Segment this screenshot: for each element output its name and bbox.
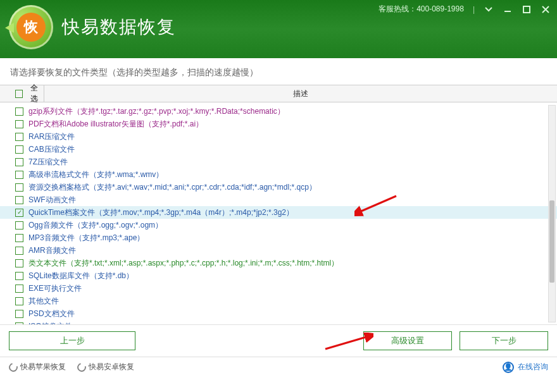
list-item[interactable]: PDF文档和Adobe illustrator矢量图（支持*.pdf;*.ai） (0, 118, 557, 130)
row-label: 资源交换档案格式（支持*.avi;*.wav;*.mid;*.ani;*.cpr… (28, 182, 316, 193)
svg-rect-1 (523, 6, 530, 13)
app-title: 快易数据恢复 (62, 15, 176, 39)
list-item[interactable]: AMR音频文件 (0, 244, 557, 257)
row-label: QuickTime档案文件（支持*.mov;*.mp4;*.3gp;*.m4a（… (28, 207, 294, 218)
list-item[interactable]: ISO镜像文件 (0, 320, 557, 325)
dropdown-icon[interactable] (484, 4, 494, 15)
refresh-icon (75, 361, 87, 373)
list-item[interactable]: gzip系列文件（支持*.tgz;*.tar.gz;*.gz;*.pvp;*.x… (0, 105, 557, 118)
row-checkbox[interactable] (15, 196, 23, 204)
list-item[interactable]: QuickTime档案文件（支持*.mov;*.mp4;*.3gp;*.m4a（… (0, 206, 557, 219)
list-item[interactable]: 资源交换档案格式（支持*.avi;*.wav;*.mid;*.ani;*.cpr… (0, 181, 557, 193)
row-label: PDF文档和Adobe illustrator矢量图（支持*.pdf;*.ai） (28, 119, 203, 130)
row-label: gzip系列文件（支持*.tgz;*.tar.gz;*.gz;*.pvp;*.x… (28, 106, 285, 117)
titlebar: 客服热线：400-089-1998 | 恢 快易数据恢复 (0, 0, 557, 58)
row-checkbox[interactable] (15, 120, 23, 128)
list-item[interactable]: SWF动画文件 (0, 193, 557, 206)
row-checkbox[interactable] (15, 297, 23, 305)
refresh-icon (7, 361, 19, 373)
row-label: SQLite数据库文件（支持*.db） (28, 271, 134, 281)
row-label: 7Z压缩文件 (28, 157, 68, 168)
button-row: 上一步 高级设置 下一步 (0, 325, 557, 357)
scrollbar[interactable] (548, 105, 556, 322)
footer-apple-label: 快易苹果恢复 (20, 362, 66, 372)
list-item[interactable]: MP3音频文件（支持*.mp3;*.ape） (0, 231, 557, 244)
footer: 快易苹果恢复 快易安卓恢复 👤 在线咨询 (0, 357, 557, 377)
row-checkbox[interactable] (15, 221, 23, 230)
select-all-label: 全选 (30, 83, 44, 104)
list-item[interactable]: CAB压缩文件 (0, 143, 557, 156)
row-label: SWF动画文件 (28, 195, 76, 205)
row-label: 高级串流格式文件（支持*.wma;*.wmv） (28, 169, 163, 180)
titlebar-right: 客服热线：400-089-1998 | (379, 4, 551, 15)
file-type-list-container: gzip系列文件（支持*.tgz;*.tar.gz;*.gz;*.pvp;*.x… (0, 102, 557, 325)
row-checkbox[interactable] (15, 133, 23, 141)
row-checkbox[interactable] (15, 285, 23, 293)
list-item[interactable]: 7Z压缩文件 (0, 156, 557, 168)
select-all-cell[interactable]: 全选 (0, 85, 44, 102)
list-item[interactable]: SQLite数据库文件（支持*.db） (0, 269, 557, 282)
row-checkbox[interactable] (15, 145, 23, 154)
column-header-description: 描述 (44, 89, 557, 99)
list-item[interactable]: 类文本文件（支持*.txt;*.xml;*.asp;*.aspx;*.php;*… (0, 257, 557, 269)
row-checkbox[interactable] (15, 183, 23, 192)
logo-inner: 恢 (16, 13, 46, 42)
row-checkbox[interactable] (15, 310, 23, 318)
list-item[interactable]: Ogg音频文件（支持*.ogg;*.ogv;*.ogm） (0, 219, 557, 231)
table-header: 全选 描述 (0, 85, 557, 102)
hotline-label: 客服热线：400-089-1998 (379, 4, 464, 15)
svg-rect-0 (504, 11, 511, 12)
footer-android-label: 快易安卓恢复 (89, 362, 134, 372)
next-button[interactable]: 下一步 (460, 331, 548, 350)
row-checkbox[interactable] (15, 234, 23, 242)
row-checkbox[interactable] (15, 158, 23, 166)
row-label: 类文本文件（支持*.txt;*.xml;*.asp;*.aspx;*.php;*… (28, 258, 339, 269)
row-checkbox[interactable] (15, 272, 23, 280)
prev-button[interactable]: 上一步 (9, 331, 135, 350)
online-support-label: 在线咨询 (518, 362, 548, 372)
list-item[interactable]: RAR压缩文件 (0, 130, 557, 143)
row-label: AMR音频文件 (28, 245, 76, 256)
row-checkbox[interactable] (15, 247, 23, 255)
row-checkbox[interactable] (15, 107, 23, 116)
scrollbar-thumb[interactable] (549, 200, 554, 283)
file-type-list: gzip系列文件（支持*.tgz;*.tar.gz;*.gz;*.pvp;*.x… (0, 102, 557, 325)
row-label: CAB压缩文件 (28, 144, 75, 155)
select-all-checkbox[interactable] (15, 90, 23, 98)
online-support-link[interactable]: 👤 在线咨询 (503, 362, 548, 373)
list-item[interactable]: 其他文件 (0, 295, 557, 307)
list-item[interactable]: 高级串流格式文件（支持*.wma;*.wmv） (0, 168, 557, 181)
row-label: MP3音频文件（支持*.mp3;*.ape） (28, 233, 144, 243)
list-item[interactable]: EXE可执行文件 (0, 282, 557, 295)
row-checkbox[interactable] (15, 209, 23, 217)
row-label: EXE可执行文件 (28, 283, 82, 294)
row-checkbox[interactable] (15, 259, 23, 267)
row-label: 其他文件 (28, 296, 59, 307)
prompt-text: 请选择要恢复的文件类型（选择的类型越多，扫描的速度越慢） (0, 58, 557, 85)
logo-badge: 恢 (9, 5, 53, 49)
footer-link-apple[interactable]: 快易苹果恢复 (9, 362, 66, 372)
logo-area: 恢 快易数据恢复 (9, 5, 176, 49)
logo-arrow-icon (5, 23, 14, 33)
maximize-icon[interactable] (522, 4, 532, 15)
row-label: RAR压缩文件 (28, 132, 75, 142)
advanced-settings-button[interactable]: 高级设置 (363, 331, 452, 350)
row-label: Ogg音频文件（支持*.ogg;*.ogv;*.ogm） (28, 220, 163, 231)
close-icon[interactable] (541, 4, 551, 15)
minimize-icon[interactable] (503, 4, 513, 15)
footer-left: 快易苹果恢复 快易安卓恢复 (9, 362, 134, 372)
footer-link-android[interactable]: 快易安卓恢复 (77, 362, 134, 372)
user-icon: 👤 (503, 362, 514, 373)
row-checkbox[interactable] (15, 171, 23, 179)
list-item[interactable]: PSD文档文件 (0, 307, 557, 320)
row-label: PSD文档文件 (28, 309, 75, 319)
separator: | (473, 5, 475, 14)
